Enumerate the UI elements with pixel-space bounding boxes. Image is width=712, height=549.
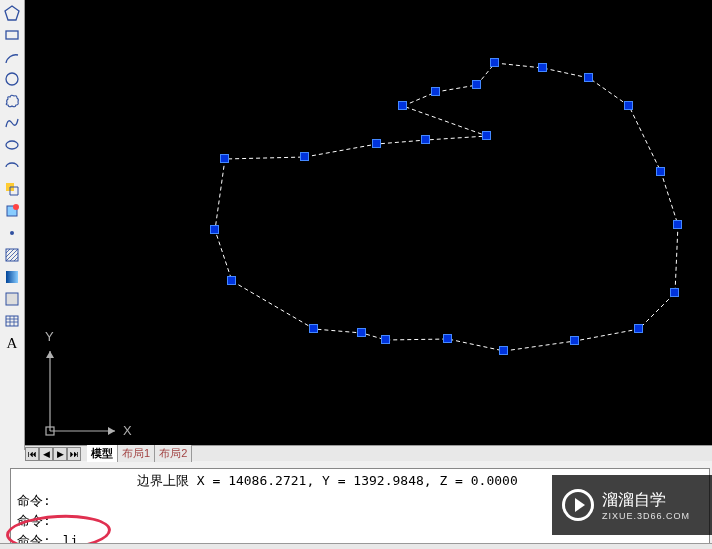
make-block-tool[interactable] [1, 200, 23, 222]
grip-point[interactable] [673, 220, 682, 229]
watermark-subtitle: ZIXUE.3D66.COM [602, 511, 690, 521]
gradient-tool[interactable] [1, 266, 23, 288]
svg-rect-9 [6, 271, 18, 283]
last-tab-button[interactable]: ⏭ [67, 447, 81, 461]
watermark-badge: 溜溜自学 ZIXUE.3D66.COM [552, 475, 712, 535]
grip-point[interactable] [656, 167, 665, 176]
grip-point[interactable] [634, 324, 643, 333]
watermark-title: 溜溜自学 [602, 490, 690, 511]
grip-point[interactable] [443, 334, 452, 343]
grip-point[interactable] [210, 225, 219, 234]
grip-point[interactable] [421, 135, 430, 144]
model-space-viewport[interactable]: X Y [25, 0, 712, 453]
rectangle-tool[interactable] [1, 24, 23, 46]
grip-point[interactable] [309, 324, 318, 333]
svg-point-3 [6, 141, 18, 149]
grip-point[interactable] [472, 80, 481, 89]
next-tab-button[interactable]: ▶ [53, 447, 67, 461]
draw-toolbar: A [0, 0, 25, 450]
grip-point[interactable] [538, 63, 547, 72]
grip-point[interactable] [227, 276, 236, 285]
grip-point[interactable] [357, 328, 366, 337]
svg-point-7 [10, 231, 14, 235]
grip-point[interactable] [670, 288, 679, 297]
prev-tab-button[interactable]: ◀ [39, 447, 53, 461]
grip-point[interactable] [499, 346, 508, 355]
point-tool[interactable] [1, 222, 23, 244]
grip-point[interactable] [482, 131, 491, 140]
first-tab-button[interactable]: ⏮ [25, 447, 39, 461]
grip-point[interactable] [300, 152, 309, 161]
ellipse-tool[interactable] [1, 134, 23, 156]
circle-tool[interactable] [1, 68, 23, 90]
status-bar [0, 543, 712, 549]
svg-rect-1 [6, 31, 18, 39]
svg-marker-0 [5, 6, 19, 20]
spline-tool[interactable] [1, 112, 23, 134]
polygon-tool[interactable] [1, 2, 23, 24]
grip-point[interactable] [584, 73, 593, 82]
table-tool[interactable] [1, 310, 23, 332]
block-tool[interactable] [1, 178, 23, 200]
svg-rect-11 [6, 316, 18, 326]
region-tool[interactable] [1, 288, 23, 310]
layout1-tab[interactable]: 布局1 [118, 445, 155, 462]
layout-tab-bar: ⏮ ◀ ▶ ⏭ 模型 布局1 布局2 [25, 445, 712, 461]
grip-point[interactable] [624, 101, 633, 110]
svg-rect-10 [6, 293, 18, 305]
selected-polyline[interactable] [25, 0, 712, 453]
arc-tool[interactable] [1, 46, 23, 68]
grip-point[interactable] [490, 58, 499, 67]
model-tab[interactable]: 模型 [87, 445, 118, 462]
grip-point[interactable] [398, 101, 407, 110]
ellipse-arc-tool[interactable] [1, 156, 23, 178]
svg-point-6 [13, 204, 19, 210]
text-tool[interactable]: A [1, 332, 23, 354]
svg-marker-12 [215, 63, 678, 351]
play-icon [562, 489, 594, 521]
grip-point[interactable] [381, 335, 390, 344]
revcloud-tool[interactable] [1, 90, 23, 112]
svg-point-2 [6, 73, 18, 85]
grip-point[interactable] [431, 87, 440, 96]
grip-point[interactable] [570, 336, 579, 345]
grip-point[interactable] [372, 139, 381, 148]
layout2-tab[interactable]: 布局2 [155, 445, 192, 462]
grip-point[interactable] [220, 154, 229, 163]
hatch-tool[interactable] [1, 244, 23, 266]
